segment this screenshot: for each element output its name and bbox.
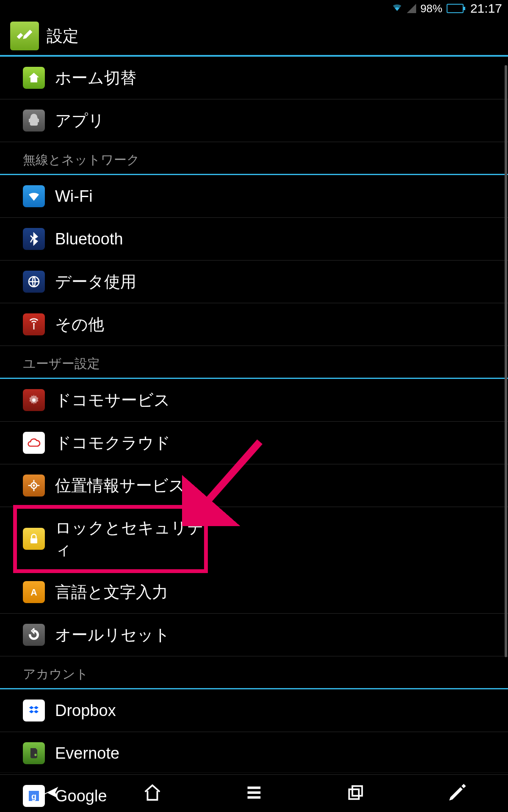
settings-item-label: Bluetooth bbox=[55, 230, 123, 248]
page-title: 設定 bbox=[47, 25, 79, 47]
settings-item-home-switch[interactable]: ホーム切替 bbox=[0, 57, 508, 99]
bluetooth-icon bbox=[23, 228, 45, 250]
settings-item-dropbox[interactable]: Dropbox bbox=[0, 689, 508, 732]
settings-item-label: その他 bbox=[55, 314, 104, 335]
battery-icon bbox=[447, 4, 464, 13]
section-header: 無線とネットワーク bbox=[0, 142, 508, 175]
cloud-icon bbox=[23, 432, 45, 454]
settings-item-bluetooth[interactable]: Bluetooth bbox=[0, 218, 508, 261]
settings-item-label: Google bbox=[55, 787, 107, 805]
settings-item-label: アプリ bbox=[55, 110, 105, 132]
settings-item-label: 位置情報サービス bbox=[55, 475, 185, 497]
section-header: アカウント bbox=[0, 656, 508, 689]
battery-percent: 98% bbox=[420, 2, 442, 15]
reset-icon bbox=[23, 624, 45, 646]
settings-item-docomo-cloud[interactable]: ドコモクラウド bbox=[0, 422, 508, 464]
settings-item-label: 言語と文字入力 bbox=[55, 582, 168, 603]
evernote-icon bbox=[23, 742, 45, 764]
letter-a-icon bbox=[23, 581, 45, 603]
antenna-icon bbox=[23, 313, 45, 335]
settings-item-label: Evernote bbox=[55, 744, 119, 763]
globe-icon bbox=[23, 271, 45, 293]
settings-app-icon bbox=[10, 22, 39, 50]
target-icon bbox=[23, 475, 45, 497]
wifi-status-icon bbox=[392, 2, 403, 16]
home-icon bbox=[23, 67, 45, 89]
lock-icon bbox=[23, 528, 45, 550]
clock: 21:17 bbox=[470, 1, 502, 16]
cell-signal-icon bbox=[407, 4, 416, 13]
settings-item-apps[interactable]: アプリ bbox=[0, 99, 508, 142]
settings-item-docomo-service[interactable]: ドコモサービス bbox=[0, 379, 508, 422]
gear-icon bbox=[23, 389, 45, 411]
scrollbar[interactable] bbox=[505, 65, 507, 657]
settings-item-wifi[interactable]: Wi-Fi bbox=[0, 175, 508, 218]
settings-item-label: Dropbox bbox=[55, 702, 116, 720]
android-icon bbox=[23, 110, 45, 132]
section-header: ユーザー設定 bbox=[0, 346, 508, 379]
settings-item-google[interactable]: Google bbox=[0, 775, 508, 812]
settings-list[interactable]: ホーム切替アプリ無線とネットワークWi-FiBluetoothデータ使用その他ユ… bbox=[0, 57, 508, 772]
settings-item-more[interactable]: その他 bbox=[0, 303, 508, 346]
settings-item-label: ドコモサービス bbox=[55, 390, 170, 411]
dropbox-icon bbox=[23, 700, 45, 721]
settings-item-lock-security[interactable]: ロックとセキュリティ bbox=[15, 507, 206, 571]
settings-item-language-input[interactable]: 言語と文字入力 bbox=[0, 571, 508, 614]
status-bar: 98% 21:17 bbox=[0, 0, 508, 17]
settings-item-reset[interactable]: オールリセット bbox=[0, 614, 508, 656]
google-icon bbox=[23, 785, 45, 807]
action-bar: 設定 bbox=[0, 17, 508, 57]
wifi-icon bbox=[23, 185, 45, 207]
settings-item-label: Wi-Fi bbox=[55, 187, 93, 206]
settings-item-evernote[interactable]: Evernote bbox=[0, 732, 508, 775]
settings-item-label: データ使用 bbox=[55, 271, 136, 293]
settings-item-location[interactable]: 位置情報サービス bbox=[0, 464, 508, 507]
settings-item-label: ホーム切替 bbox=[55, 67, 136, 89]
settings-item-label: ロックとセキュリティ bbox=[55, 517, 206, 560]
settings-item-data-usage[interactable]: データ使用 bbox=[0, 261, 508, 303]
settings-item-label: ドコモクラウド bbox=[55, 432, 171, 454]
settings-item-label: オールリセット bbox=[55, 624, 170, 646]
